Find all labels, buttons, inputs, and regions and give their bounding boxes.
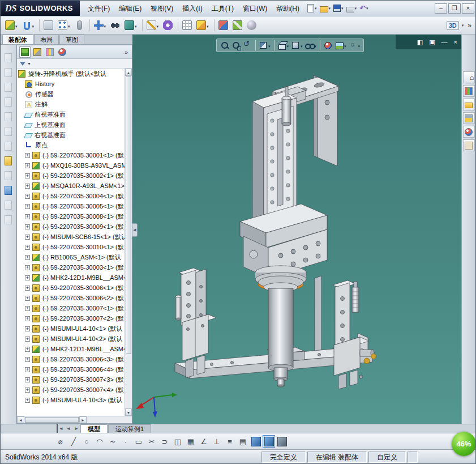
tree-expander[interactable]: +: [25, 357, 30, 362]
tree-expander[interactable]: +: [25, 173, 30, 178]
tree-expander[interactable]: +: [25, 337, 30, 342]
save-icon[interactable]: ▾: [332, 4, 345, 12]
minimize-document-icon[interactable]: —: [441, 35, 448, 49]
panel-collapse-handle[interactable]: ◀: [132, 223, 138, 237]
dropdown-caret-icon[interactable]: ▾: [268, 44, 271, 49]
next-tab-icon[interactable]: ►: [72, 424, 80, 433]
tree-item[interactable]: + (-) 59-2207035-30008<1> (默: [17, 211, 125, 222]
tree-item[interactable]: + (-) 59-2207035-30006<1> (默: [17, 283, 125, 293]
dropdown-caret-icon[interactable]: ▾: [135, 24, 137, 29]
tree-expander[interactable]: +: [25, 265, 30, 270]
area-hatch-icon[interactable]: ▤: [237, 435, 249, 448]
close-document-icon[interactable]: ×: [454, 35, 457, 49]
view-settings-icon[interactable]: ▾: [348, 40, 361, 50]
assembly-features-icon[interactable]: ▾: [123, 19, 139, 31]
tree-vertical-scrollbar[interactable]: ▲ ▼: [125, 69, 132, 416]
document-tab[interactable]: 模型: [80, 424, 108, 433]
print-icon[interactable]: ▾: [345, 4, 358, 13]
tree-item[interactable]: + (-) 59-2207035-30001<1> (默: [17, 150, 125, 160]
reference-geometry-icon[interactable]: ▾: [142, 19, 161, 31]
move-component-icon[interactable]: ▾: [89, 19, 108, 31]
sketch-angle-icon[interactable]: ∠: [198, 435, 210, 448]
tree-item[interactable]: + (-) 59-2207035-30002<1> (默: [17, 171, 125, 181]
new-motion-study-icon[interactable]: ▾: [161, 19, 174, 31]
dropdown-caret-icon[interactable]: ▾: [15, 24, 18, 29]
close-button[interactable]: ×: [462, 3, 474, 14]
move-component-tool-icon[interactable]: [2, 110, 15, 123]
tree-item[interactable]: + (-) MISUMI-SCB6-15<1> (默认: [17, 232, 125, 242]
tree-expander[interactable]: +: [25, 367, 30, 372]
zoom-fit-icon[interactable]: ▾: [220, 40, 230, 50]
linear-component-pattern-icon[interactable]: ▾: [56, 19, 72, 31]
dropdown-caret-icon[interactable]: ▾: [358, 44, 361, 49]
model-3d[interactable]: [132, 35, 462, 424]
design-library-icon[interactable]: [463, 85, 475, 97]
tree-item[interactable]: + (-) 59-2207035-30004<1> (默: [17, 191, 125, 201]
tree-horizontal-scrollbar[interactable]: ◄ ►: [17, 416, 132, 423]
propertymanager-tab[interactable]: [32, 46, 43, 58]
tree-expander[interactable]: +: [25, 326, 30, 331]
new-part-tool-icon[interactable]: [2, 169, 15, 182]
tree-root-item[interactable]: 旋转-升降机械手 (默认<默认: [17, 69, 125, 79]
tree-item[interactable]: + (-) RB1006S_ASM<1> (默认: [17, 252, 125, 262]
edit-appearance-icon[interactable]: ▾: [320, 40, 333, 50]
view-orientation-icon[interactable]: ▾: [274, 40, 290, 50]
tree-item[interactable]: + (-) 59-2207035-30005<1> (默: [17, 201, 125, 211]
rectangle-sketch-icon[interactable]: ▭: [132, 435, 145, 448]
smart-dimension-icon[interactable]: ⌀: [54, 435, 67, 448]
line-sketch-icon[interactable]: ╱: [67, 435, 80, 448]
tile-window-icon[interactable]: ◧: [417, 35, 423, 49]
bom-tool-icon[interactable]: [2, 199, 15, 211]
component-preview-icon[interactable]: ▾: [39, 19, 55, 31]
commandmanager-tab[interactable]: 装配体: [2, 35, 33, 44]
add-relation-icon[interactable]: ⊥: [211, 435, 223, 448]
restore-button[interactable]: ❐: [448, 3, 461, 14]
displaymanager-tab[interactable]: [57, 46, 68, 58]
tree-expander[interactable]: +: [25, 306, 30, 311]
tree-filter-bar[interactable]: ▼: [17, 59, 132, 69]
open-icon[interactable]: ▾: [319, 4, 332, 13]
tree-expander[interactable]: +: [25, 347, 30, 352]
previous-view-icon[interactable]: ▾: [242, 40, 252, 50]
measure-icon[interactable]: ▾: [231, 19, 244, 31]
assembly-features-tool-icon[interactable]: [2, 155, 15, 167]
toolbar-overflow-button[interactable]: »: [466, 22, 473, 29]
cascade-window-icon[interactable]: ▣: [429, 35, 435, 49]
tree-item[interactable]: 右视基准面: [17, 130, 125, 140]
linear-sketch-pattern-icon[interactable]: ▦: [185, 435, 197, 448]
tree-item[interactable]: + (-) MISUMI-UL4-10<1> (默认: [17, 323, 125, 334]
tree-expander[interactable]: +: [25, 224, 30, 229]
document-tab[interactable]: 运动算例1: [108, 424, 151, 433]
circle-sketch-icon[interactable]: ○: [80, 435, 93, 448]
tree-expander[interactable]: +: [25, 316, 30, 321]
mirror-entities-icon[interactable]: ◫: [171, 435, 184, 448]
tree-expander[interactable]: +: [25, 184, 30, 189]
point-sketch-icon[interactable]: ·: [119, 435, 132, 448]
scroll-left-icon[interactable]: ◄: [17, 416, 24, 423]
3d-views-icon[interactable]: 3D: [447, 21, 459, 30]
exploded-view-tool-icon[interactable]: [2, 214, 15, 226]
mate-icon[interactable]: ▾: [20, 20, 36, 31]
toolbox-icon[interactable]: [463, 112, 475, 124]
spline-sketch-icon[interactable]: ∼: [106, 435, 119, 448]
scroll-down-icon[interactable]: ▼: [125, 408, 132, 416]
tree-item[interactable]: + (-) MISUMI-UL4-10<2> (默认: [17, 334, 125, 344]
tree-expander[interactable]: +: [25, 296, 30, 301]
minimize-button[interactable]: –: [435, 3, 447, 14]
arc-sketch-icon[interactable]: ◠: [93, 435, 106, 448]
dropdown-caret-icon[interactable]: ▾: [344, 44, 346, 49]
insert-components-tool-icon[interactable]: [2, 52, 15, 64]
assemblyxpert-icon[interactable]: [250, 435, 262, 448]
menu-item[interactable]: 插入(I): [178, 1, 207, 16]
show-hidden-tool-icon[interactable]: [2, 140, 15, 152]
trim-entities-icon[interactable]: ✂: [145, 435, 158, 448]
exploded-view-icon[interactable]: ▾: [195, 19, 211, 31]
dropdown-caret-icon[interactable]: ▾: [32, 24, 35, 29]
dropdown-caret-icon[interactable]: ▾: [68, 24, 70, 29]
tree-item[interactable]: + (-) MHK2-12D1-M9BL__ASM<: [17, 344, 125, 354]
dropdown-caret-icon[interactable]: ▾: [315, 6, 317, 11]
menu-item[interactable]: 视图(V): [146, 1, 178, 16]
tree-expander[interactable]: +: [25, 275, 30, 280]
tree-item[interactable]: + (-) 59-2207035-30006<2> (默: [17, 293, 125, 303]
tree-expander[interactable]: +: [25, 398, 30, 403]
